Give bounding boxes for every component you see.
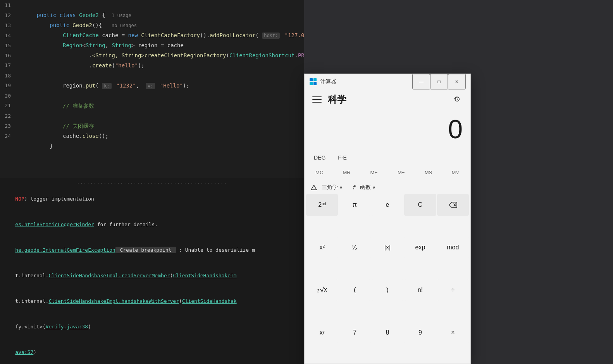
func-chevron-icon: ∨ xyxy=(372,185,375,190)
x-squared-button[interactable]: x2 xyxy=(306,237,338,258)
code-line-12: 12 public Geode2(){ no usages xyxy=(0,10,304,20)
terminal-line-6: fy.<init>(Verify.java:38) xyxy=(0,314,304,340)
terminal-line-2: es.html#StaticLoggerBinder for further d… xyxy=(0,212,304,237)
svg-rect-3 xyxy=(313,82,317,85)
terminal-line-4: t.internal.ClientSideHandshakeImpl.readS… xyxy=(0,263,304,288)
code-line-13: 13 ClientCache cache = new ClientCacheFa… xyxy=(0,20,304,30)
calculator-window: 计算器 — □ ✕ 科学 0 DEG F-E xyxy=(304,74,471,364)
fe-button[interactable]: F-E xyxy=(335,153,350,162)
svg-rect-0 xyxy=(310,78,313,81)
hamburger-menu-button[interactable] xyxy=(311,93,323,106)
7-button[interactable]: 7 xyxy=(339,322,370,343)
right-paren-button[interactable]: ) xyxy=(372,279,403,301)
code-line-11: 11 public class Geode2 { 1 usage xyxy=(0,0,304,10)
mod-button[interactable]: mod xyxy=(437,237,469,258)
mminus-button[interactable]: M− xyxy=(388,165,414,179)
calculator-header: 科学 xyxy=(305,89,470,110)
trig-dropdown-button[interactable]: 三角学 ∨ xyxy=(322,184,343,191)
deg-button[interactable]: DEG xyxy=(311,153,329,162)
8-button[interactable]: 8 xyxy=(372,322,403,343)
trig-func-row: 三角学 ∨ f 函数 ∨ xyxy=(305,182,470,194)
minimize-button[interactable]: — xyxy=(412,74,430,89)
trig-chevron-icon: ∨ xyxy=(339,185,343,190)
history-icon xyxy=(453,96,461,103)
calculator-titlebar: 计算器 — □ ✕ xyxy=(305,74,470,89)
exp-button[interactable]: exp xyxy=(404,237,436,258)
reciprocal-button[interactable]: ¹⁄ₓ xyxy=(339,237,370,258)
sqrt-button[interactable]: 2 √ x xyxy=(306,279,338,301)
backspace-icon xyxy=(449,202,457,208)
clear-button[interactable]: C xyxy=(404,194,436,216)
mv-button[interactable]: M∨ xyxy=(443,165,469,179)
left-paren-button[interactable]: ( xyxy=(339,279,370,301)
terminal: ........................................… xyxy=(0,178,304,364)
terminal-line-5: t.internal.ClientSideHandshakeImpl.hands… xyxy=(0,288,304,314)
history-button[interactable] xyxy=(450,93,464,106)
x-power-y-button[interactable]: xy xyxy=(306,322,338,343)
abs-button[interactable]: |x| xyxy=(372,237,403,258)
code-line-15: 15 .<String, String>createClientRegionFa… xyxy=(0,40,304,50)
code-editor: 11 public class Geode2 { 1 usage 12 publ… xyxy=(0,0,304,178)
terminal-divider-dots: ........................................… xyxy=(0,178,304,186)
svg-rect-2 xyxy=(310,82,313,85)
memory-row: MC MR M+ M− MS M∨ xyxy=(305,165,470,182)
deg-fe-row: DEG F-E xyxy=(305,151,470,165)
terminal-line-7: ava:57) xyxy=(0,340,304,364)
pi-button[interactable]: π xyxy=(339,194,370,216)
factorial-button[interactable]: n! xyxy=(404,279,436,301)
mc-button[interactable]: MC xyxy=(306,165,332,179)
divide-button[interactable]: ÷ xyxy=(437,279,469,301)
calculator-app-icon xyxy=(309,78,317,86)
calculator-display: 0 xyxy=(305,110,470,148)
backspace-button[interactable] xyxy=(437,194,469,216)
terminal-line-1: NOP) logger implementation xyxy=(0,186,304,212)
terminal-line-3: he.geode.InternalGemFireException Create… xyxy=(0,237,304,263)
calculator-title: 计算器 xyxy=(320,78,412,85)
calculator-buttons-area: DEG F-E MC MR M+ M− MS M∨ 三角学 ∨ f 函数 xyxy=(305,148,470,364)
calculator-mode-title: 科学 xyxy=(328,93,450,106)
code-line-23: 23 cache.close(); xyxy=(0,121,304,131)
func-dropdown-button[interactable]: 函数 ∨ xyxy=(360,184,375,191)
9-button[interactable]: 9 xyxy=(404,322,436,343)
multiply-button[interactable]: × xyxy=(437,322,469,343)
mr-button[interactable]: MR xyxy=(333,165,360,179)
svg-rect-1 xyxy=(313,78,317,81)
ms-button[interactable]: MS xyxy=(415,165,441,179)
2nd-button[interactable]: 2nd xyxy=(306,194,338,216)
code-line-22: 22 // 关闭缓存 xyxy=(0,111,304,121)
code-line-24: 24 } xyxy=(0,131,304,141)
code-line-18: 18 region.put( k: "1232", v: "Hello"); xyxy=(0,70,304,81)
triangle-icon xyxy=(311,185,317,190)
e-button[interactable]: e xyxy=(372,194,403,216)
maximize-button[interactable]: □ xyxy=(430,74,448,89)
function-icon: f xyxy=(352,184,355,191)
display-value: 0 xyxy=(448,116,463,142)
calculator-grid: 2nd π e C x2 ¹⁄ₓ |x| exp mod xyxy=(305,194,470,364)
close-button[interactable]: ✕ xyxy=(448,74,466,89)
mplus-button[interactable]: M+ xyxy=(361,165,387,179)
